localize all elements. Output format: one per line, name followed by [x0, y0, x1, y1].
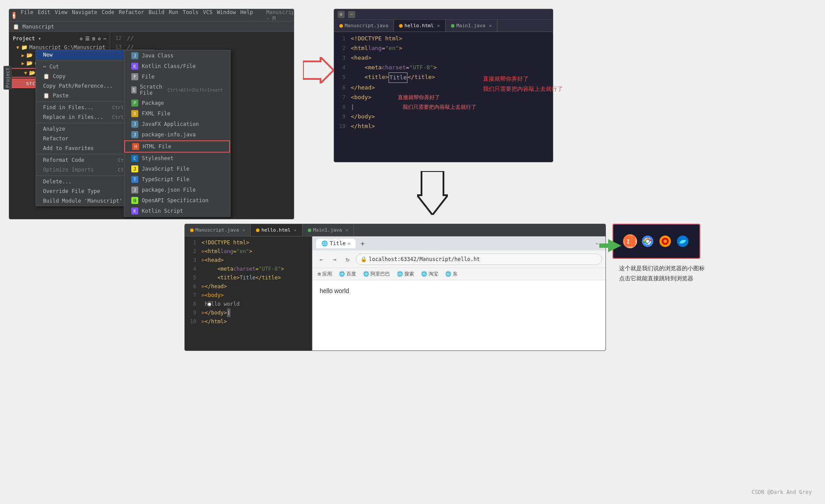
submenu-html-file[interactable]: H HTML File — [124, 140, 230, 153]
layout-icon[interactable]: ⊞ — [92, 36, 95, 42]
tab-main1-java[interactable]: Main1.java ✕ — [446, 20, 497, 32]
submenu-kotlin-class[interactable]: K Kotlin Class/File — [124, 61, 230, 71]
browser-tab-close[interactable]: ✕ — [347, 241, 350, 247]
tab-hello-html[interactable]: hello.html ✕ — [394, 20, 446, 32]
bottom-tab-label-manuscript: Manuscript.java — [195, 227, 239, 233]
edge-icon[interactable] — [676, 234, 690, 248]
svg-marker-12 — [599, 239, 621, 252]
submenu-stylesheet[interactable]: C Stylesheet — [124, 153, 230, 164]
out-folder-icon: 📂 — [26, 60, 33, 66]
ctx-find-files-label: Find in Files... — [43, 104, 94, 111]
list-icon[interactable]: ☰ — [85, 36, 90, 42]
bookmark-taobao[interactable]: 🌐 淘宝 — [419, 270, 440, 278]
submenu-openapi[interactable]: O OpenAPI Specification — [124, 195, 230, 206]
browser-active-tab[interactable]: 🌐 Title ✕ — [316, 239, 356, 248]
scratch-icon: S — [131, 86, 137, 93]
bottom-tab-main1[interactable]: Main1.java ✕ — [303, 224, 354, 236]
submenu-pkg-info[interactable]: J package-info.java — [124, 129, 230, 140]
chrome-icon[interactable] — [641, 234, 655, 248]
tab-close-main1[interactable]: ✕ — [489, 23, 492, 29]
intellij-icon[interactable]: I — [623, 234, 637, 248]
package-icon: P — [131, 100, 138, 107]
top-left-ide-panel: ▶ File Edit View Navigate Code Refactor … — [9, 9, 294, 219]
submenu-kotlin-label: Kotlin Class/File — [142, 63, 196, 69]
bottom-tab-close-main1[interactable]: ✕ — [346, 228, 348, 232]
settings-icon[interactable]: ⚙ — [98, 36, 101, 42]
forward-button[interactable]: → — [329, 254, 340, 265]
html-icon: H — [132, 143, 139, 150]
bottom-tab-hello[interactable]: hello.html ✕ — [251, 224, 302, 236]
src-folder-icon: 📂 — [29, 70, 36, 76]
menu-run[interactable]: Run — [169, 9, 178, 21]
submenu-js[interactable]: J JavaScript File — [124, 164, 230, 174]
submenu-java-class-label: Java Class — [142, 53, 173, 59]
menu-file[interactable]: File — [21, 9, 33, 21]
json-icon: J — [131, 186, 138, 193]
code-line-r10: 10 </html> — [334, 122, 553, 131]
code-line-r4: 4 <meta charset="UTF-8"> — [334, 63, 553, 72]
alibaba-label: 阿里巴巴 — [371, 271, 390, 277]
bottom-tab-manuscript[interactable]: Manuscript.java ✕ — [185, 224, 251, 236]
bookmark-baidu[interactable]: 🌐 百度 — [337, 270, 358, 278]
menu-window[interactable]: Window — [217, 9, 236, 21]
browser-tab-bar: 🌐 Title ✕ + ⋯ — [313, 236, 605, 250]
bottom-tab-icon-manuscript — [190, 229, 194, 232]
taobao-icon: 🌐 — [421, 271, 427, 277]
chevron-icon2: ▶ — [22, 61, 25, 66]
cn-annotation-bottom: 这个就是我们说的浏览器的小图标 点击它就能直接跳转到浏览器 — [619, 263, 705, 284]
bottom-tab-icon-main1 — [308, 229, 311, 232]
submenu-fxml[interactable]: X FXML File — [124, 108, 230, 119]
menu-view[interactable]: View — [55, 9, 68, 21]
project-tab[interactable]: Project — [4, 66, 12, 89]
submenu-file[interactable]: F File — [124, 71, 230, 82]
dong-icon: 🌐 — [445, 271, 451, 277]
tab-manuscript-java[interactable]: Manuscript.java — [334, 20, 394, 32]
menu-build[interactable]: Build — [148, 9, 164, 21]
bookmark-dong[interactable]: 🌐 东 — [443, 270, 459, 278]
menu-help[interactable]: Help — [240, 9, 253, 21]
title-text: Title — [389, 72, 407, 83]
gear-icon[interactable]: ⚙ — [80, 36, 83, 42]
chevron-icon3: ▼ — [24, 70, 27, 76]
bottom-tab-close-hello[interactable]: ✕ — [294, 228, 297, 232]
submenu-javafx[interactable]: J JavaFX Application — [124, 119, 230, 129]
submenu-javafx-label: JavaFX Application — [142, 121, 199, 127]
fxml-icon: X — [131, 110, 138, 117]
submenu-java-class[interactable]: J Java Class — [124, 50, 230, 61]
submenu-kotlin-script[interactable]: K Kotlin Script — [124, 206, 230, 216]
refresh-button[interactable]: ↻ — [342, 254, 353, 265]
menu-tools[interactable]: Tools — [183, 9, 198, 21]
submenu-pkg-json[interactable]: J package.json File — [124, 185, 230, 195]
firefox-icon[interactable] — [658, 234, 672, 248]
submenu-pkg-json-label: package.json File — [142, 187, 196, 193]
search-bm-label: 搜索 — [404, 271, 414, 277]
submenu-scratch[interactable]: S Scratch File Ctrl+Alt+Shift+Insert — [124, 82, 230, 98]
minus-icon[interactable]: − — [103, 36, 106, 42]
submenu-ts[interactable]: T TypeScript File — [124, 174, 230, 185]
menu-navigate[interactable]: Navigate — [72, 9, 97, 21]
menu-vcs[interactable]: VCS — [203, 9, 213, 21]
submenu-package[interactable]: P Package — [124, 98, 230, 108]
context-menu: New ▶ ✂ Cut Ctrl+X 📋 Copy Ctrl+C Copy Pa… — [36, 50, 155, 206]
bookmark-search[interactable]: 🌐 搜索 — [395, 270, 416, 278]
tab-close-hello[interactable]: ✕ — [437, 23, 440, 29]
browser-dots[interactable]: ⋯ — [595, 241, 598, 247]
menu-refactor[interactable]: Refactor — [119, 9, 144, 21]
bottom-code-area: 1 <!DOCTYPE html> 2 ⊳<html lang="en"> 3 … — [185, 236, 312, 350]
menu-code[interactable]: Code — [102, 9, 115, 21]
lock-icon: 🔒 — [360, 256, 367, 262]
baidu-icon: 🌐 — [339, 271, 345, 277]
menu-edit[interactable]: Edit — [38, 9, 50, 21]
pkg-info-icon: J — [131, 131, 138, 138]
kotlin-script-icon: K — [131, 207, 138, 214]
bookmark-alibaba[interactable]: 🌐 阿里巴巴 — [361, 270, 392, 278]
bcode-9: 9 ⊳</body>| — [185, 308, 312, 317]
bottom-tab-close-manuscript[interactable]: ✕ — [242, 228, 245, 232]
toolbar-gear-icon[interactable]: ⚙ — [338, 11, 345, 18]
toolbar-minus-icon[interactable]: − — [348, 11, 355, 18]
bookmark-apps[interactable]: ⊞ 应用 — [316, 270, 334, 278]
browser-new-tab-btn[interactable]: + — [357, 238, 368, 249]
back-button[interactable]: ← — [316, 254, 327, 265]
url-bar[interactable]: 🔒 localhost:63342/Manuscript/hello.ht — [356, 254, 602, 265]
arrow-right-icon — [303, 57, 329, 83]
